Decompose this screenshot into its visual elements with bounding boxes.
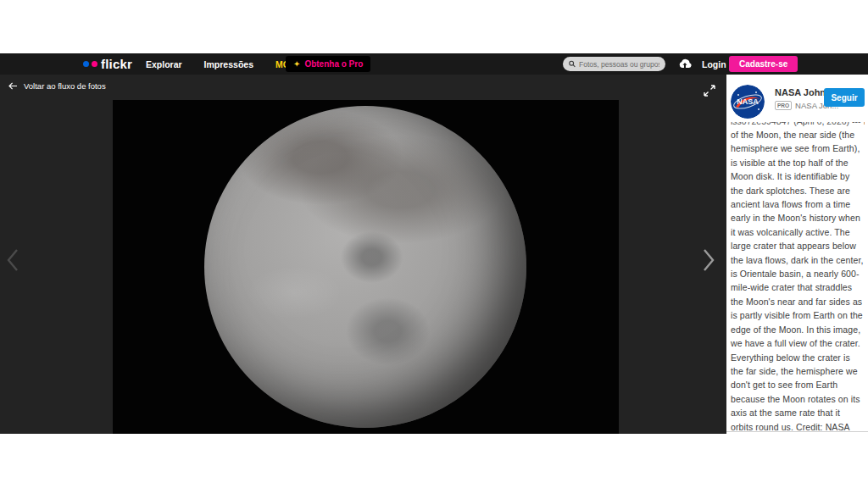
signup-button[interactable]: Cadastre-se	[729, 56, 798, 72]
svg-text:NASA: NASA	[737, 97, 759, 106]
previous-photo-chevron-icon[interactable]	[5, 248, 20, 272]
back-link-label: Voltar ao fluxo de fotos	[24, 81, 106, 91]
moon-photo	[204, 106, 526, 428]
pro-badge: PRO	[775, 101, 792, 110]
top-nav: flickr Explorar Impressões MODE ✦ Obtenh…	[0, 53, 868, 75]
fullscreen-icon[interactable]	[702, 83, 717, 98]
flickr-logo-blue-dot-icon	[83, 61, 89, 67]
photo-description: of the Moon, the near side (the hemisphe…	[731, 128, 865, 432]
photo-image[interactable]	[113, 100, 619, 434]
flickr-logo-pink-dot-icon	[92, 61, 97, 67]
flickr-logo[interactable]: flickr	[83, 53, 132, 75]
flickr-logo-text: flickr	[101, 57, 132, 71]
photo-info-sidebar: NASA NASA Johnson PRO NASA Joh... Seguir…	[726, 75, 868, 432]
search-bar[interactable]	[563, 57, 665, 71]
follow-button[interactable]: Seguir	[824, 88, 865, 107]
login-link[interactable]: Login	[702, 53, 726, 75]
nav-item-explorar[interactable]: Explorar	[146, 59, 182, 69]
flickr-photo-page: flickr Explorar Impressões MODE ✦ Obtenh…	[0, 0, 868, 488]
back-arrow-icon	[8, 82, 18, 90]
search-input[interactable]	[579, 60, 659, 69]
nasa-logo-icon: NASA	[731, 85, 765, 119]
description-clipped-line: iss072e594847 (April 6, 2026) --- In thi…	[731, 122, 865, 127]
photo-viewer: Voltar ao fluxo de fotos	[0, 75, 726, 434]
next-photo-chevron-icon[interactable]	[701, 248, 716, 272]
get-pro-button[interactable]: ✦ Obtenha o Pro	[286, 56, 370, 72]
owner-header: NASA NASA Johnson PRO NASA Joh... Seguir	[731, 85, 865, 120]
owner-avatar[interactable]: NASA	[731, 85, 765, 119]
nav-links: Explorar Impressões MODE	[146, 53, 302, 75]
nav-item-impressoes[interactable]: Impressões	[204, 59, 253, 69]
upload-cloud-icon[interactable]	[677, 57, 693, 71]
sparkle-icon: ✦	[293, 59, 300, 69]
search-icon	[569, 60, 576, 68]
back-to-photostream-link[interactable]: Voltar ao fluxo de fotos	[8, 81, 106, 91]
